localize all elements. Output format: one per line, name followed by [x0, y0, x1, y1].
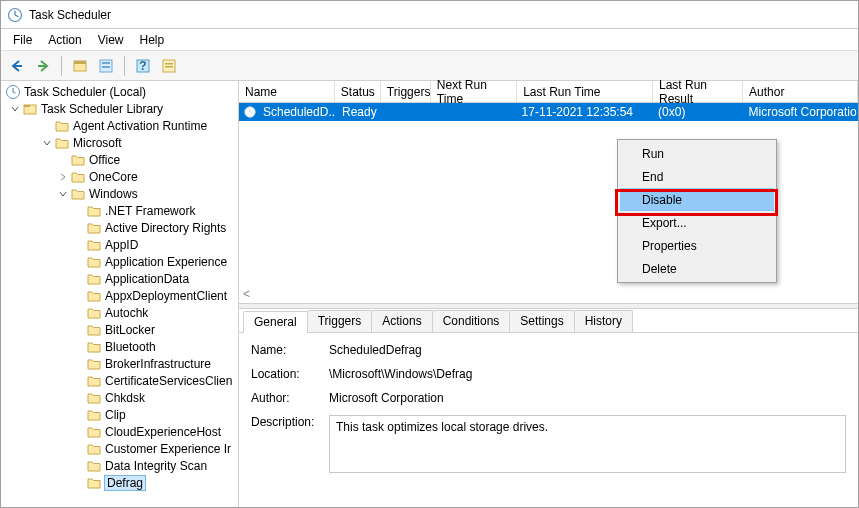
tree-item-applicationdata[interactable]: ApplicationData: [3, 270, 238, 287]
menu-view[interactable]: View: [90, 31, 132, 49]
tree-item-cloudexperiencehost[interactable]: CloudExperienceHost: [3, 423, 238, 440]
folder-icon: [86, 356, 102, 372]
toolbar-button-3[interactable]: [157, 54, 181, 78]
label-description: Description:: [251, 415, 329, 429]
menu-file[interactable]: File: [5, 31, 40, 49]
twist-spacer: [73, 375, 85, 387]
column-header-last-run-result[interactable]: Last Run Result: [653, 81, 743, 102]
task-row-selected[interactable]: ScheduledD...Ready17-11-2021 12:35:54(0x…: [239, 103, 858, 121]
ctx-export[interactable]: Export...: [620, 211, 774, 234]
ctx-delete[interactable]: Delete: [620, 257, 774, 280]
tree-item-office[interactable]: Office: [3, 151, 238, 168]
twist-spacer: [73, 358, 85, 370]
toolbar: ?: [1, 51, 858, 81]
chevron-right-icon[interactable]: [57, 171, 69, 183]
chevron-down-icon[interactable]: [57, 188, 69, 200]
twist-spacer: [73, 409, 85, 421]
tree-item-label: Defrag: [105, 476, 145, 490]
tree-item-active-directory-rights[interactable]: Active Directory Rights: [3, 219, 238, 236]
tree-item-appxdeploymentclient[interactable]: AppxDeploymentClient: [3, 287, 238, 304]
svg-rect-5: [102, 66, 110, 68]
folder-icon: [86, 339, 102, 355]
toolbar-help-button[interactable]: ?: [131, 54, 155, 78]
cell-name: ScheduledD...: [257, 105, 336, 119]
tree-item-onecore[interactable]: OneCore: [3, 168, 238, 185]
svg-rect-10: [165, 66, 173, 68]
description-box[interactable]: This task optimizes local storage drives…: [329, 415, 846, 473]
tree-item-windows[interactable]: Windows: [3, 185, 238, 202]
menu-help[interactable]: Help: [132, 31, 173, 49]
folder-icon: [86, 254, 102, 270]
tree-item-bluetooth[interactable]: Bluetooth: [3, 338, 238, 355]
tree-item-application-experience[interactable]: Application Experience: [3, 253, 238, 270]
tree-item-label: Microsoft: [73, 136, 122, 150]
tree-library[interactable]: Task Scheduler Library: [3, 100, 238, 117]
tab-general[interactable]: General: [243, 311, 308, 333]
horizontal-scroll-indicator[interactable]: <: [243, 287, 250, 301]
column-header-next-run-time[interactable]: Next Run Time: [431, 81, 517, 102]
tree-root[interactable]: Task Scheduler (Local): [3, 83, 238, 100]
folder-icon: [86, 475, 102, 491]
folder-icon: [86, 390, 102, 406]
cell-lastrun: 17-11-2021 12:35:54: [516, 105, 652, 119]
column-header-status[interactable]: Status: [335, 81, 381, 102]
tree-item-label: Agent Activation Runtime: [73, 119, 207, 133]
tree-item-brokerinfrastructure[interactable]: BrokerInfrastructure: [3, 355, 238, 372]
folder-icon: [86, 288, 102, 304]
tree-item-label: Data Integrity Scan: [105, 459, 207, 473]
column-header-last-run-time[interactable]: Last Run Time: [517, 81, 653, 102]
tree-item-agent-activation-runtime[interactable]: Agent Activation Runtime: [3, 117, 238, 134]
twist-spacer: [73, 273, 85, 285]
tree-item-customer-experience-ir[interactable]: Customer Experience Ir: [3, 440, 238, 457]
tree-item-bitlocker[interactable]: BitLocker: [3, 321, 238, 338]
tree-item-clip[interactable]: Clip: [3, 406, 238, 423]
tab-actions[interactable]: Actions: [371, 310, 432, 332]
twist-spacer: [73, 256, 85, 268]
tree-item-microsoft[interactable]: Microsoft: [3, 134, 238, 151]
tree-item--net-framework[interactable]: .NET Framework: [3, 202, 238, 219]
task-list-header: NameStatusTriggersNext Run TimeLast Run …: [239, 81, 858, 103]
column-header-name[interactable]: Name: [239, 81, 335, 102]
tab-history[interactable]: History: [574, 310, 633, 332]
twist-spacer: [73, 460, 85, 472]
window-title: Task Scheduler: [29, 8, 111, 22]
toolbar-button-2[interactable]: [94, 54, 118, 78]
tree-item-label: Chkdsk: [105, 391, 145, 405]
ctx-disable[interactable]: Disable: [620, 188, 774, 211]
menu-action[interactable]: Action: [40, 31, 89, 49]
svg-text:?: ?: [139, 59, 146, 73]
tree-item-appid[interactable]: AppID: [3, 236, 238, 253]
tree-item-certificateservicesclien[interactable]: CertificateServicesClien: [3, 372, 238, 389]
tree-item-label: Customer Experience Ir: [105, 442, 231, 456]
twist-spacer: [73, 290, 85, 302]
ctx-properties[interactable]: Properties: [620, 234, 774, 257]
folder-icon: [70, 169, 86, 185]
chevron-down-icon[interactable]: [41, 137, 53, 149]
folder-icon: [86, 237, 102, 253]
nav-back-button[interactable]: [5, 54, 29, 78]
tree-item-label: Clip: [105, 408, 126, 422]
toolbar-button-1[interactable]: [68, 54, 92, 78]
ctx-run[interactable]: Run: [620, 142, 774, 165]
tree-panel[interactable]: Task Scheduler (Local) Task Scheduler Li…: [1, 81, 239, 507]
ctx-end[interactable]: End: [620, 165, 774, 188]
column-header-author[interactable]: Author: [743, 81, 858, 102]
tab-settings[interactable]: Settings: [509, 310, 574, 332]
folder-icon: [86, 305, 102, 321]
tab-triggers[interactable]: Triggers: [307, 310, 373, 332]
twist-spacer: [73, 341, 85, 353]
tree-item-defrag[interactable]: Defrag: [3, 474, 238, 491]
tree-item-data-integrity-scan[interactable]: Data Integrity Scan: [3, 457, 238, 474]
twist-spacer: [73, 477, 85, 489]
chevron-down-icon[interactable]: [9, 103, 21, 115]
folder-icon: [54, 135, 70, 151]
folder-icon: [86, 322, 102, 338]
nav-forward-button[interactable]: [31, 54, 55, 78]
tree-item-label: .NET Framework: [105, 204, 195, 218]
tree-item-chkdsk[interactable]: Chkdsk: [3, 389, 238, 406]
task-list[interactable]: ScheduledD...Ready17-11-2021 12:35:54(0x…: [239, 103, 858, 303]
column-header-triggers[interactable]: Triggers: [381, 81, 431, 102]
tab-conditions[interactable]: Conditions: [432, 310, 511, 332]
tree-item-autochk[interactable]: Autochk: [3, 304, 238, 321]
tree-item-label: Autochk: [105, 306, 148, 320]
